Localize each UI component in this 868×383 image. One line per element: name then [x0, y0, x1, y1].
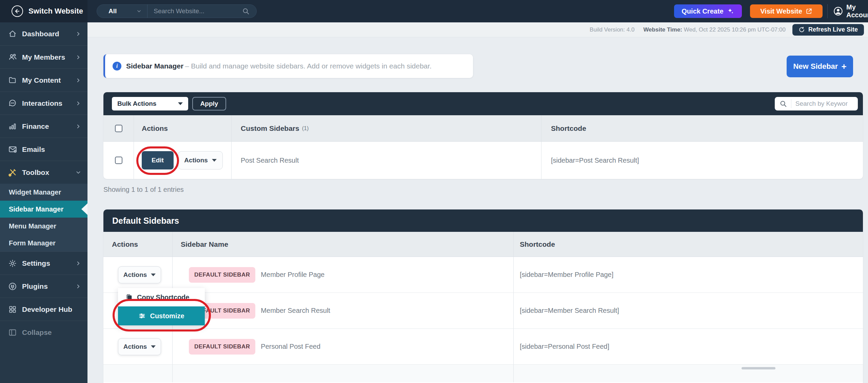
chevron-right-icon — [75, 123, 81, 129]
sidebar-item-settings[interactable]: Settings — [0, 251, 87, 275]
sub-item-label: Sidebar Manager — [9, 205, 63, 213]
website-time-text: Website Time: Wed, Oct 22 2025 10:26 pm … — [643, 26, 786, 33]
sub-item-label: Widget Manager — [9, 188, 61, 196]
sidebar-item-interactions[interactable]: Interactions — [0, 92, 87, 115]
copy-icon — [125, 294, 133, 301]
search-input[interactable]: Search Website... — [154, 7, 242, 15]
home-icon — [7, 29, 18, 39]
column-header-shortcode: Shortcode — [551, 124, 586, 133]
refresh-live-site-button[interactable]: Refresh Live Site — [792, 24, 864, 36]
sidebar-collapse-button[interactable]: Collapse — [0, 321, 87, 344]
horizontal-scrollbar-thumb[interactable] — [742, 367, 775, 369]
table-row: Actions DEFAULT SIDEBAR Member Profile P… — [103, 257, 863, 293]
customize-menu-item[interactable]: Customize — [118, 306, 205, 325]
sidebar-item-widget-manager[interactable]: Widget Manager — [0, 184, 87, 201]
new-sidebar-button[interactable]: New Sidebar + — [787, 56, 853, 77]
quick-create-button[interactable]: Quick Create — [674, 4, 742, 18]
plus-icon: + — [841, 61, 846, 72]
sliders-icon — [138, 312, 146, 320]
search-icon — [780, 100, 787, 107]
chevron-right-icon — [75, 31, 81, 37]
keyword-search-box — [775, 97, 858, 110]
my-account-label: My Account — [846, 3, 868, 19]
page-title: Sidebar Manager — [126, 62, 183, 70]
switch-website-button[interactable]: Switch Website — [0, 0, 87, 22]
keyword-search-input[interactable] — [795, 100, 853, 107]
quick-create-label: Quick Create — [682, 7, 723, 15]
default-sidebar-badge: DEFAULT SIDEBAR — [189, 267, 255, 283]
users-icon — [7, 52, 18, 62]
info-icon: i — [113, 62, 121, 70]
default-sidebars-panel: Default Sidebars Actions Sidebar Name Sh… — [103, 209, 863, 383]
copy-shortcode-label: Copy Shortcode — [137, 294, 189, 301]
divider — [147, 4, 147, 18]
chevron-right-icon — [75, 100, 81, 106]
sidebar-item-label: Emails — [22, 145, 45, 154]
build-version-text: Build Version: 4.0 — [590, 26, 634, 33]
sidebar-item-my-content[interactable]: My Content — [0, 68, 87, 92]
chevron-down-icon — [136, 8, 142, 14]
table-entries-summary: Showing 1 to 1 of 1 entries — [103, 186, 184, 194]
chat-icon — [7, 98, 18, 108]
default-sidebar-badge: DEFAULT SIDEBAR — [189, 339, 255, 355]
sidebar-item-label: My Content — [22, 76, 61, 84]
visit-website-button[interactable]: Visit Website — [750, 4, 823, 18]
shortcode-value: [sidebar=Personal Post Feed] — [520, 343, 609, 350]
search-scope-dropdown[interactable]: All — [108, 7, 117, 15]
shortcode-value: [sidebar=Member Search Result] — [520, 307, 619, 315]
sidebar-item-finance[interactable]: Finance — [0, 115, 87, 138]
sidebar-item-menu-manager[interactable]: Menu Manager — [0, 218, 87, 235]
actions-label: Actions — [184, 157, 208, 164]
column-header-count: (1) — [302, 125, 309, 132]
table-row: Actions DEFAULT SIDEBAR Personal Post Fe… — [103, 329, 863, 365]
actions-dropdown-menu: Copy Shortcode Customize — [118, 288, 205, 325]
site-search-bar[interactable]: All Search Website... — [97, 4, 257, 18]
copy-shortcode-menu-item[interactable]: Copy Shortcode — [118, 288, 205, 306]
website-time-value: Wed, Oct 22 2025 10:26 pm UTC-07:00 — [684, 26, 786, 33]
row-actions-dropdown[interactable]: Actions — [118, 338, 161, 355]
sidebar-item-plugins[interactable]: Plugins — [0, 275, 87, 298]
sidebar-item-my-members[interactable]: My Members — [0, 45, 87, 68]
table-header-row: Actions Sidebar Name Shortcode — [103, 232, 863, 257]
top-bar: Switch Website All Search Website... Qui… — [0, 0, 868, 22]
sub-item-label: Form Manager — [9, 239, 56, 247]
refresh-label: Refresh Live Site — [808, 26, 858, 33]
sidebar-item-label: Plugins — [22, 282, 48, 290]
row-checkbox[interactable] — [115, 157, 122, 164]
bulk-actions-select[interactable]: Bulk Actions — [112, 97, 188, 110]
back-arrow-icon — [12, 5, 23, 17]
status-bar: Build Version: 4.0 Website Time: Wed, Oc… — [87, 22, 868, 37]
select-all-checkbox[interactable] — [115, 125, 122, 132]
bulk-actions-label: Bulk Actions — [117, 100, 156, 107]
edit-button[interactable]: Edit — [142, 151, 174, 169]
sidebar-item-toolbox[interactable]: Toolbox — [0, 161, 87, 184]
switch-website-label: Switch Website — [28, 7, 83, 16]
shortcode-value: [sidebar=Post Search Result] — [551, 157, 639, 164]
actions-label: Actions — [123, 271, 147, 279]
sidebar-item-emails[interactable]: Emails — [0, 138, 87, 161]
divider — [827, 4, 828, 18]
column-header-shortcode: Shortcode — [520, 240, 555, 248]
search-icon[interactable] — [242, 7, 250, 15]
refresh-icon — [798, 26, 805, 33]
column-header-actions: Actions — [112, 240, 138, 248]
bar-chart-icon — [7, 121, 18, 132]
row-actions-dropdown[interactable]: Actions — [118, 266, 161, 283]
sidebar-item-form-manager[interactable]: Form Manager — [0, 235, 87, 251]
table-header-row: Actions Custom Sidebars(1) Shortcode — [103, 115, 863, 142]
collapse-label: Collapse — [22, 328, 52, 337]
my-account-menu[interactable]: My Account — [833, 4, 868, 18]
app-window: Switch Website All Search Website... Qui… — [0, 0, 868, 383]
sidebar-item-label: Toolbox — [22, 168, 49, 177]
user-avatar-icon — [833, 6, 843, 16]
chevron-down-icon — [178, 102, 183, 105]
row-actions-dropdown[interactable]: Actions — [178, 151, 223, 169]
chevron-down-icon — [75, 169, 81, 176]
visit-website-label: Visit Website — [760, 7, 802, 15]
apply-button[interactable]: Apply — [192, 97, 226, 110]
sidebar-item-dashboard[interactable]: Dashboard — [0, 22, 87, 45]
sidebar-item-developer-hub[interactable]: Developer Hub — [0, 298, 87, 321]
sidebar-item-sidebar-manager[interactable]: Sidebar Manager — [0, 201, 87, 218]
sidebar-name: Personal Post Feed — [261, 343, 320, 350]
mail-icon — [7, 144, 18, 155]
